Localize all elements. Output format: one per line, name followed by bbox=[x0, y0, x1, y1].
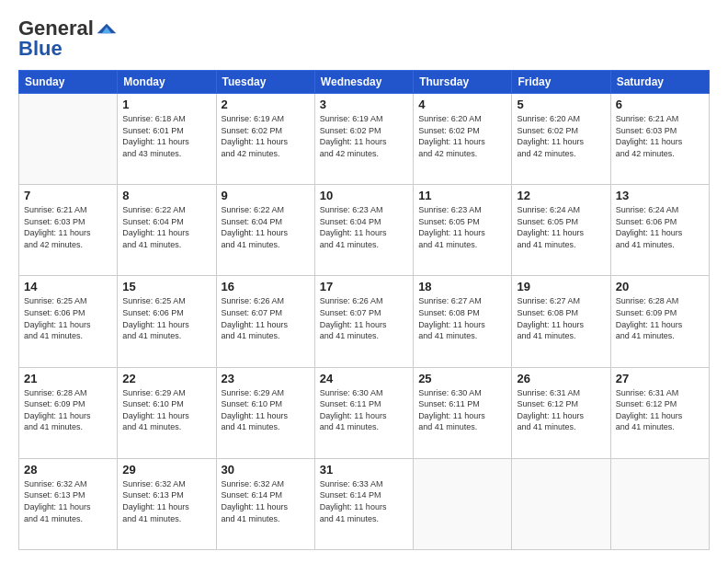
day-info: Sunrise: 6:25 AM Sunset: 6:06 PM Dayligh… bbox=[122, 295, 210, 341]
calendar-cell: 27Sunrise: 6:31 AM Sunset: 6:12 PM Dayli… bbox=[610, 367, 709, 458]
day-info: Sunrise: 6:19 AM Sunset: 6:02 PM Dayligh… bbox=[222, 113, 310, 159]
calendar-cell: 17Sunrise: 6:26 AM Sunset: 6:07 PM Dayli… bbox=[314, 276, 413, 367]
weekday-header-tuesday: Tuesday bbox=[216, 71, 314, 94]
calendar-cell: 3Sunrise: 6:19 AM Sunset: 6:02 PM Daylig… bbox=[314, 94, 413, 185]
day-info: Sunrise: 6:27 AM Sunset: 6:08 PM Dayligh… bbox=[418, 295, 506, 341]
day-info: Sunrise: 6:21 AM Sunset: 6:03 PM Dayligh… bbox=[616, 113, 704, 159]
day-info: Sunrise: 6:22 AM Sunset: 6:04 PM Dayligh… bbox=[122, 204, 210, 250]
day-number: 5 bbox=[517, 98, 605, 111]
weekday-header-saturday: Saturday bbox=[610, 71, 709, 94]
weekday-header-wednesday: Wednesday bbox=[314, 71, 413, 94]
calendar-cell: 23Sunrise: 6:29 AM Sunset: 6:10 PM Dayli… bbox=[216, 367, 314, 458]
calendar-cell: 22Sunrise: 6:29 AM Sunset: 6:10 PM Dayli… bbox=[118, 367, 216, 458]
logo-icon bbox=[96, 22, 118, 35]
day-info: Sunrise: 6:31 AM Sunset: 6:12 PM Dayligh… bbox=[616, 387, 704, 433]
calendar-cell: 2Sunrise: 6:19 AM Sunset: 6:02 PM Daylig… bbox=[216, 94, 314, 185]
calendar-cell: 1Sunrise: 6:18 AM Sunset: 6:01 PM Daylig… bbox=[118, 94, 216, 185]
day-number: 22 bbox=[122, 372, 210, 385]
day-info: Sunrise: 6:22 AM Sunset: 6:04 PM Dayligh… bbox=[222, 204, 310, 250]
calendar-cell: 15Sunrise: 6:25 AM Sunset: 6:06 PM Dayli… bbox=[118, 276, 216, 367]
page: General Blue SundayMondayTuesdayWednesda… bbox=[0, 0, 728, 563]
day-number: 15 bbox=[122, 280, 210, 293]
logo-blue: Blue bbox=[18, 37, 63, 61]
day-info: Sunrise: 6:25 AM Sunset: 6:06 PM Dayligh… bbox=[24, 295, 112, 341]
weekday-header-friday: Friday bbox=[512, 71, 610, 94]
day-number: 18 bbox=[418, 280, 506, 293]
calendar-cell: 16Sunrise: 6:26 AM Sunset: 6:07 PM Dayli… bbox=[216, 276, 314, 367]
calendar-cell: 11Sunrise: 6:23 AM Sunset: 6:05 PM Dayli… bbox=[414, 185, 512, 276]
calendar-cell: 24Sunrise: 6:30 AM Sunset: 6:11 PM Dayli… bbox=[314, 367, 413, 458]
calendar-cell: 14Sunrise: 6:25 AM Sunset: 6:06 PM Dayli… bbox=[19, 276, 118, 367]
week-row-0: 1Sunrise: 6:18 AM Sunset: 6:01 PM Daylig… bbox=[19, 94, 710, 185]
calendar-cell bbox=[610, 458, 709, 549]
calendar-cell: 10Sunrise: 6:23 AM Sunset: 6:04 PM Dayli… bbox=[314, 185, 413, 276]
calendar-table: SundayMondayTuesdayWednesdayThursdayFrid… bbox=[18, 70, 710, 550]
day-info: Sunrise: 6:30 AM Sunset: 6:11 PM Dayligh… bbox=[320, 387, 408, 433]
day-number: 14 bbox=[24, 280, 112, 293]
day-info: Sunrise: 6:20 AM Sunset: 6:02 PM Dayligh… bbox=[418, 113, 506, 159]
calendar-cell: 21Sunrise: 6:28 AM Sunset: 6:09 PM Dayli… bbox=[19, 367, 118, 458]
day-number: 9 bbox=[222, 189, 310, 202]
calendar-cell: 28Sunrise: 6:32 AM Sunset: 6:13 PM Dayli… bbox=[19, 458, 118, 549]
day-number: 20 bbox=[616, 280, 704, 293]
day-number: 16 bbox=[222, 280, 310, 293]
calendar-cell bbox=[414, 458, 512, 549]
day-info: Sunrise: 6:26 AM Sunset: 6:07 PM Dayligh… bbox=[320, 295, 408, 341]
weekday-header-row: SundayMondayTuesdayWednesdayThursdayFrid… bbox=[19, 71, 710, 94]
day-info: Sunrise: 6:23 AM Sunset: 6:04 PM Dayligh… bbox=[320, 204, 408, 250]
day-number: 31 bbox=[320, 463, 408, 477]
day-number: 29 bbox=[122, 463, 210, 477]
day-info: Sunrise: 6:21 AM Sunset: 6:03 PM Dayligh… bbox=[24, 204, 112, 250]
day-info: Sunrise: 6:28 AM Sunset: 6:09 PM Dayligh… bbox=[24, 387, 112, 433]
day-info: Sunrise: 6:19 AM Sunset: 6:02 PM Dayligh… bbox=[320, 113, 408, 159]
calendar-cell: 12Sunrise: 6:24 AM Sunset: 6:05 PM Dayli… bbox=[512, 185, 610, 276]
calendar-cell: 18Sunrise: 6:27 AM Sunset: 6:08 PM Dayli… bbox=[414, 276, 512, 367]
day-number: 2 bbox=[222, 98, 310, 111]
day-number: 11 bbox=[418, 189, 506, 202]
day-info: Sunrise: 6:18 AM Sunset: 6:01 PM Dayligh… bbox=[122, 113, 210, 159]
day-info: Sunrise: 6:26 AM Sunset: 6:07 PM Dayligh… bbox=[222, 295, 310, 341]
day-info: Sunrise: 6:24 AM Sunset: 6:06 PM Dayligh… bbox=[616, 204, 704, 250]
day-number: 23 bbox=[222, 372, 310, 385]
day-number: 7 bbox=[24, 189, 112, 202]
week-row-4: 28Sunrise: 6:32 AM Sunset: 6:13 PM Dayli… bbox=[19, 458, 710, 549]
day-info: Sunrise: 6:30 AM Sunset: 6:11 PM Dayligh… bbox=[418, 387, 506, 433]
calendar-cell: 26Sunrise: 6:31 AM Sunset: 6:12 PM Dayli… bbox=[512, 367, 610, 458]
day-number: 3 bbox=[320, 98, 408, 111]
calendar-cell: 9Sunrise: 6:22 AM Sunset: 6:04 PM Daylig… bbox=[216, 185, 314, 276]
day-number: 8 bbox=[122, 189, 210, 202]
day-number: 13 bbox=[616, 189, 704, 202]
day-number: 27 bbox=[616, 372, 704, 385]
week-row-3: 21Sunrise: 6:28 AM Sunset: 6:09 PM Dayli… bbox=[19, 367, 710, 458]
day-number: 17 bbox=[320, 280, 408, 293]
day-number: 24 bbox=[320, 372, 408, 385]
weekday-header-thursday: Thursday bbox=[414, 71, 512, 94]
calendar-cell: 31Sunrise: 6:33 AM Sunset: 6:14 PM Dayli… bbox=[314, 458, 413, 549]
calendar-cell: 5Sunrise: 6:20 AM Sunset: 6:02 PM Daylig… bbox=[512, 94, 610, 185]
calendar-cell: 13Sunrise: 6:24 AM Sunset: 6:06 PM Dayli… bbox=[610, 185, 709, 276]
weekday-header-monday: Monday bbox=[118, 71, 216, 94]
day-number: 19 bbox=[517, 280, 605, 293]
calendar-cell: 25Sunrise: 6:30 AM Sunset: 6:11 PM Dayli… bbox=[414, 367, 512, 458]
header: General Blue bbox=[18, 17, 710, 61]
calendar-cell: 30Sunrise: 6:32 AM Sunset: 6:14 PM Dayli… bbox=[216, 458, 314, 549]
day-info: Sunrise: 6:32 AM Sunset: 6:14 PM Dayligh… bbox=[222, 478, 310, 524]
calendar-cell: 20Sunrise: 6:28 AM Sunset: 6:09 PM Dayli… bbox=[610, 276, 709, 367]
weekday-header-sunday: Sunday bbox=[19, 71, 118, 94]
calendar-cell: 6Sunrise: 6:21 AM Sunset: 6:03 PM Daylig… bbox=[610, 94, 709, 185]
day-number: 21 bbox=[24, 372, 112, 385]
day-info: Sunrise: 6:29 AM Sunset: 6:10 PM Dayligh… bbox=[222, 387, 310, 433]
calendar-cell: 8Sunrise: 6:22 AM Sunset: 6:04 PM Daylig… bbox=[118, 185, 216, 276]
week-row-1: 7Sunrise: 6:21 AM Sunset: 6:03 PM Daylig… bbox=[19, 185, 710, 276]
day-info: Sunrise: 6:29 AM Sunset: 6:10 PM Dayligh… bbox=[122, 387, 210, 433]
calendar-cell: 19Sunrise: 6:27 AM Sunset: 6:08 PM Dayli… bbox=[512, 276, 610, 367]
day-number: 6 bbox=[616, 98, 704, 111]
calendar-cell: 7Sunrise: 6:21 AM Sunset: 6:03 PM Daylig… bbox=[19, 185, 118, 276]
calendar-cell bbox=[19, 94, 118, 185]
day-number: 26 bbox=[517, 372, 605, 385]
logo: General Blue bbox=[18, 17, 118, 61]
day-info: Sunrise: 6:24 AM Sunset: 6:05 PM Dayligh… bbox=[517, 204, 605, 250]
day-number: 25 bbox=[418, 372, 506, 385]
day-number: 10 bbox=[320, 189, 408, 202]
day-number: 30 bbox=[222, 463, 310, 477]
